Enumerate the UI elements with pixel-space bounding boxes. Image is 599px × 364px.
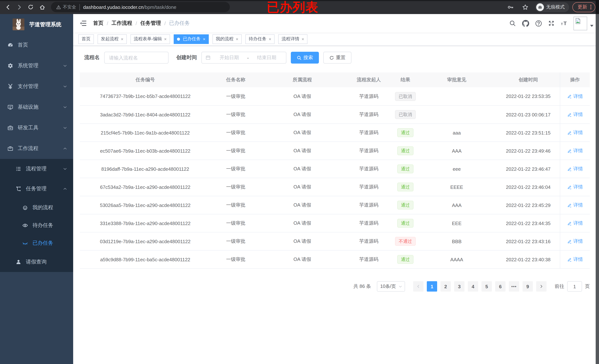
- pager-page-2[interactable]: 2: [440, 281, 451, 292]
- process-name-input[interactable]: [104, 52, 168, 63]
- page-size-select[interactable]: 10条/页: [377, 281, 405, 292]
- breadcrumb-home[interactable]: 首页: [93, 20, 104, 27]
- incognito-icon: [536, 3, 544, 11]
- close-icon[interactable]: ×: [236, 37, 238, 41]
- next-page-button[interactable]: [536, 281, 546, 292]
- detail-link[interactable]: 详情: [567, 238, 583, 245]
- toolbox-icon: [7, 125, 13, 131]
- detail-link[interactable]: 详情: [567, 220, 583, 227]
- pager-page-9[interactable]: 9: [522, 281, 533, 292]
- sidebar-item-workflow[interactable]: 工作流程: [0, 138, 73, 159]
- close-icon[interactable]: ×: [269, 37, 271, 41]
- detail-link[interactable]: 详情: [567, 166, 583, 172]
- date-range-picker[interactable]: 开始日期 - 结束日期: [201, 52, 286, 63]
- pager-more[interactable]: •••: [509, 281, 519, 292]
- tab-todo-tasks[interactable]: 待办任务×: [245, 34, 274, 44]
- pager-page-4[interactable]: 4: [468, 281, 478, 292]
- detail-link[interactable]: 详情: [567, 129, 583, 136]
- tab-my-processes[interactable]: 我的流程×: [212, 34, 242, 44]
- search-button[interactable]: 搜索: [291, 52, 319, 63]
- tab-process-form-edit[interactable]: 流程表单-编辑×: [131, 34, 170, 44]
- sidebar-item-home[interactable]: 首页: [0, 35, 73, 55]
- help-icon[interactable]: [535, 20, 542, 27]
- sidebar-item-infrastructure[interactable]: 基础设施: [0, 97, 73, 117]
- detail-link[interactable]: 详情: [567, 184, 583, 190]
- sidebar-item-task-management[interactable]: 任务管理: [0, 179, 73, 199]
- detail-link[interactable]: 详情: [567, 256, 583, 263]
- pager-page-6[interactable]: 6: [495, 281, 505, 292]
- caret-down-icon[interactable]: [590, 24, 594, 27]
- tab-start-process[interactable]: 发起流程×: [97, 34, 127, 44]
- browser-reload-button[interactable]: [26, 2, 35, 12]
- browser-forward-button[interactable]: [14, 2, 24, 12]
- cell-created-time: 2022-01-22 23:51:15: [497, 124, 560, 142]
- close-icon[interactable]: ×: [164, 37, 167, 41]
- password-key-icon[interactable]: [505, 2, 515, 12]
- browser-back-button[interactable]: [3, 2, 13, 12]
- sidebar-item-todo-tasks[interactable]: 待办任务: [0, 217, 73, 234]
- cell-process: OA 请假: [261, 250, 344, 268]
- address-bar[interactable]: 不安全 dashboard.yudao.iocoder.cn/bpm/task/…: [51, 2, 230, 12]
- cell-task-id: 3adac3d2-7b9d-11ec-8404-acde48001122: [80, 106, 211, 124]
- pager-page-1[interactable]: 1: [427, 281, 437, 292]
- browser-update-button[interactable]: 更新: [573, 2, 595, 12]
- date-end-placeholder[interactable]: 结束日期: [251, 54, 282, 61]
- breadcrumb-task-management[interactable]: 任务管理: [141, 20, 161, 27]
- refresh-icon: [329, 55, 334, 60]
- detail-link[interactable]: 详情: [567, 202, 583, 208]
- sidebar-item-process-management[interactable]: 流程管理: [0, 159, 73, 179]
- user-avatar[interactable]: [573, 17, 587, 30]
- cell-task-name: 一级审批: [211, 124, 261, 142]
- tags-view-bar: 首页 发起流程× 流程表单-编辑× 已办任务× 我的流程× 待办任务× 流程详情…: [73, 33, 599, 46]
- pager-page-3[interactable]: 3: [454, 281, 465, 292]
- reset-button[interactable]: 重置: [323, 52, 352, 63]
- cell-task-name: 一级审批: [211, 232, 261, 250]
- list-tree-icon: [16, 166, 21, 172]
- app-logo-row[interactable]: 芋道管理系统: [0, 14, 73, 35]
- bookmark-star-icon[interactable]: [520, 2, 530, 12]
- edit-pencil-icon: [567, 94, 572, 99]
- close-icon[interactable]: ×: [121, 37, 123, 41]
- table-row: 53026aa5-7b9a-11ec-a290-acde48001122 一级审…: [80, 196, 590, 214]
- goto-page-input[interactable]: [567, 281, 582, 292]
- sidebar-item-payment[interactable]: 支付管理: [0, 76, 73, 97]
- sidebar-toggle-icon[interactable]: [79, 19, 87, 27]
- detail-link[interactable]: 详情: [567, 111, 583, 118]
- pager-page-5[interactable]: 5: [482, 281, 492, 292]
- sidebar-item-my-processes[interactable]: 我的流程: [0, 199, 73, 217]
- col-header-process: 所属流程: [261, 72, 344, 87]
- browser-home-button[interactable]: [37, 2, 47, 12]
- header-search-icon[interactable]: [509, 20, 516, 27]
- site-security-indicator[interactable]: 不安全: [56, 4, 80, 10]
- sidebar-item-done-tasks[interactable]: 已办任务: [0, 234, 73, 252]
- cell-comment: [417, 106, 497, 124]
- github-icon[interactable]: [522, 20, 529, 27]
- sidebar-item-system[interactable]: 系统管理: [0, 55, 73, 76]
- tab-process-detail[interactable]: 流程详情×: [278, 34, 308, 44]
- cell-comment: AAA: [417, 142, 497, 160]
- edit-pencil-icon: [567, 167, 572, 171]
- detail-link[interactable]: 详情: [567, 93, 583, 100]
- detail-link[interactable]: 详情: [567, 147, 583, 154]
- font-size-icon[interactable]: TT: [561, 20, 568, 27]
- breadcrumb-workflow[interactable]: 工作流程: [112, 20, 132, 27]
- browser-chrome: 不安全 dashboard.yudao.iocoder.cn/bpm/task/…: [0, 0, 599, 14]
- sidebar-item-leave-query[interactable]: 请假查询: [0, 252, 73, 272]
- edit-pencil-icon: [567, 148, 572, 153]
- tab-done-tasks[interactable]: 已办任务×: [174, 34, 209, 44]
- sidebar: 芋道管理系统 首页 系统管理 支付管理: [0, 14, 73, 364]
- close-icon[interactable]: ×: [301, 37, 304, 41]
- date-start-placeholder[interactable]: 开始日期: [214, 54, 245, 61]
- table-row: 03d1219e-7b9a-11ec-a290-acde48001122 一级审…: [80, 232, 590, 250]
- sidebar-item-dev-tools[interactable]: 研发工具: [0, 117, 73, 138]
- cell-task-id: 03d1219e-7b9a-11ec-a290-acde48001122: [80, 232, 211, 250]
- edit-pencil-icon: [567, 221, 572, 226]
- fullscreen-icon[interactable]: [548, 20, 555, 27]
- cell-task-name: 一级审批: [211, 250, 261, 268]
- cell-task-id: 331e3388-7b9a-11ec-a290-acde48001122: [80, 214, 211, 232]
- done-tasks-table: 任务编号 任务名称 所属流程 流程发起人 结果 审批意见 创建时间 操作 747…: [80, 72, 590, 269]
- chevron-left-icon: [416, 284, 421, 289]
- prev-page-button[interactable]: [413, 281, 423, 292]
- close-icon[interactable]: ×: [203, 37, 205, 41]
- tab-home[interactable]: 首页: [78, 34, 94, 44]
